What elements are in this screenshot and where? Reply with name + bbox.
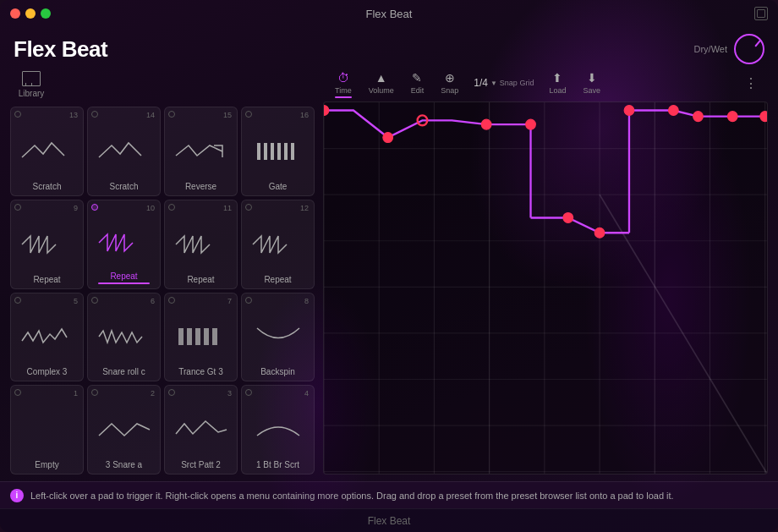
pad-15[interactable]: 15Reverse <box>164 107 238 196</box>
pad-label-14: Scratch <box>110 182 139 191</box>
edit-label: Edit <box>411 86 425 95</box>
svg-point-40 <box>693 112 704 122</box>
time-icon: ⏱ <box>337 71 349 85</box>
volume-label: Volume <box>369 86 394 95</box>
pad-7[interactable]: 7Trance Gt 3 <box>164 293 238 382</box>
pad-label-6: Snare roll c <box>102 367 145 376</box>
pad-9[interactable]: 9Repeat <box>10 200 84 289</box>
footer-label: Flex Beat <box>368 515 411 527</box>
toolbar-load[interactable]: ⬆ Load <box>540 69 574 96</box>
toolbar-edit[interactable]: ✎ Edit <box>403 69 433 96</box>
svg-point-36 <box>563 213 573 223</box>
toolbar-time[interactable]: ⏱ Time <box>326 69 360 96</box>
pad-underline-10 <box>98 282 151 284</box>
pad-indicator-8 <box>245 297 252 304</box>
pad-8[interactable]: 8Backspin <box>241 293 315 382</box>
toolbar-snap[interactable]: ⊕ Snap <box>432 69 467 96</box>
pad-label-3: Srct Patt 2 <box>181 460 221 469</box>
pad-number-4: 4 <box>304 389 309 398</box>
svg-rect-0 <box>257 143 260 160</box>
library-label: Library <box>19 89 45 98</box>
svg-rect-10 <box>212 328 217 345</box>
pad-label-12: Repeat <box>264 275 291 284</box>
pad-indicator-15 <box>168 111 175 118</box>
pad-12[interactable]: 12Repeat <box>241 200 315 289</box>
pad-indicator-2 <box>91 389 98 396</box>
pad-11[interactable]: 11Repeat <box>164 200 238 289</box>
info-icon: i <box>10 489 24 502</box>
left-panel: Library 13Scratch14Scratch15Reverse16Gat… <box>10 68 315 474</box>
pad-number-16: 16 <box>300 111 309 119</box>
right-panel: ⏱ Time ▲ Volume ✎ Edit ⊕ Snap 1/4 ▼ <box>323 68 768 474</box>
svg-point-37 <box>594 228 605 238</box>
close-button[interactable] <box>10 8 20 19</box>
toolbar-volume[interactable]: ▲ Volume <box>360 69 403 96</box>
pad-waveform-3 <box>168 401 233 458</box>
svg-point-31 <box>324 106 329 116</box>
pad-waveform-9 <box>14 216 79 273</box>
pad-waveform-5 <box>14 309 79 366</box>
pad-number-6: 6 <box>151 297 155 305</box>
pad-16[interactable]: 16Gate <box>241 107 315 196</box>
minimize-button[interactable] <box>25 8 36 19</box>
pad-indicator-16 <box>245 111 252 118</box>
pad-2[interactable]: 23 Snare a <box>87 385 161 474</box>
pad-number-13: 13 <box>69 111 78 119</box>
maximize-button[interactable] <box>41 8 51 19</box>
svg-point-38 <box>624 106 634 116</box>
info-text: Left-click over a pad to trigger it. Rig… <box>30 491 674 501</box>
svg-rect-9 <box>204 328 209 345</box>
pad-number-3: 3 <box>227 389 232 398</box>
pad-10[interactable]: 10Repeat <box>87 200 161 289</box>
pad-number-7: 7 <box>227 297 232 305</box>
pad-14[interactable]: 14Scratch <box>87 107 161 196</box>
pad-waveform-7 <box>168 309 233 366</box>
pad-4[interactable]: 41 Bt Br Scrt <box>241 385 315 474</box>
pad-number-8: 8 <box>304 297 309 305</box>
titlebar: Flex Beat <box>0 0 778 27</box>
pad-waveform-1 <box>14 401 79 458</box>
save-icon: ⬇ <box>587 71 597 85</box>
pad-number-14: 14 <box>146 111 155 119</box>
snap-grid-label: Snap Grid <box>500 79 534 87</box>
window-resize-button[interactable] <box>754 7 768 20</box>
svg-point-35 <box>526 119 536 129</box>
dry-wet-knob[interactable] <box>734 34 764 64</box>
snap-grid-arrow-icon: ▼ <box>490 80 497 87</box>
library-button[interactable]: Library <box>10 68 52 101</box>
save-label: Save <box>583 86 600 95</box>
svg-rect-3 <box>277 143 281 160</box>
pad-indicator-7 <box>168 297 175 304</box>
pad-indicator-11 <box>168 204 175 211</box>
sequencer[interactable] <box>323 101 768 474</box>
pad-indicator-12 <box>245 204 252 211</box>
pad-3[interactable]: 3Srct Patt 2 <box>164 385 238 474</box>
svg-point-32 <box>383 133 393 143</box>
pad-label-1: Empty <box>35 460 58 469</box>
toolbar-save[interactable]: ⬇ Save <box>574 69 609 96</box>
pad-13[interactable]: 13Scratch <box>10 107 84 196</box>
pad-waveform-11 <box>168 216 233 273</box>
pad-number-11: 11 <box>223 204 232 212</box>
header: Flex Beat Dry/Wet <box>0 27 778 68</box>
pad-label-4: 1 Bt Br Scrt <box>256 460 299 469</box>
pad-5[interactable]: 5Complex 3 <box>10 293 84 382</box>
pad-indicator-10 <box>91 204 98 211</box>
pad-6[interactable]: 6Snare roll c <box>87 293 161 382</box>
pad-number-9: 9 <box>74 204 78 212</box>
pad-waveform-12 <box>245 216 310 273</box>
snap-grid-select[interactable]: 1/4 ▼ Snap Grid <box>467 75 540 90</box>
pad-indicator-13 <box>14 111 21 118</box>
pad-label-2: 3 Snare a <box>106 460 142 469</box>
snap-icon: ⊕ <box>445 71 455 85</box>
pad-waveform-6 <box>91 309 156 366</box>
pad-1[interactable]: 1Empty <box>10 385 84 474</box>
pad-label-13: Scratch <box>33 182 62 191</box>
toolbar-more-button[interactable]: ⋮ <box>737 74 764 93</box>
pad-waveform-4 <box>245 401 310 458</box>
pad-number-2: 2 <box>151 389 155 398</box>
svg-rect-1 <box>264 143 267 160</box>
snap-label: Snap <box>441 86 458 95</box>
pad-label-15: Reverse <box>185 182 216 191</box>
svg-rect-8 <box>195 328 200 345</box>
